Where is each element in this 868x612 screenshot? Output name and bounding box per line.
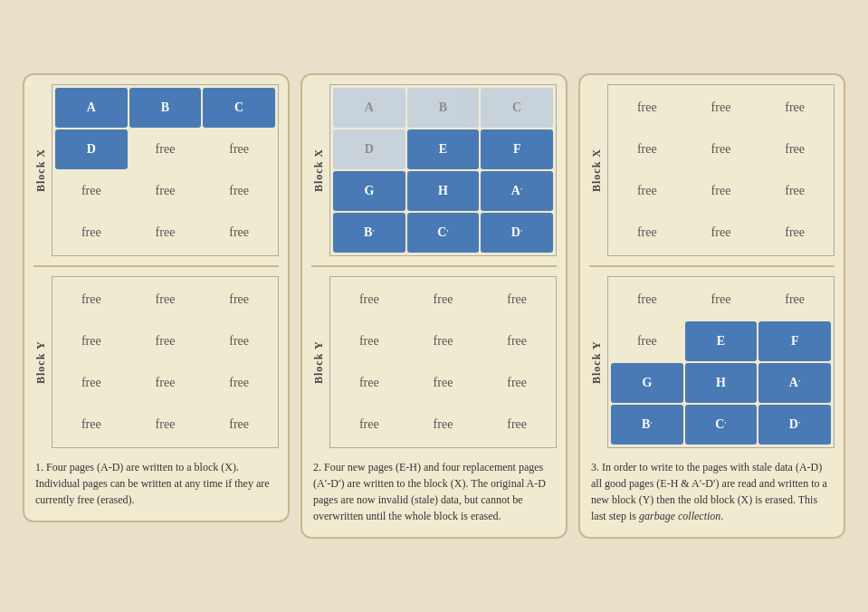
cell-11: D′ <box>481 213 553 253</box>
cell-3: free <box>333 321 405 361</box>
cell-9: free <box>55 213 128 253</box>
panel-3: Block Xfreefreefreefreefreefreefreefreef… <box>578 73 845 539</box>
cell-0: free <box>611 88 683 128</box>
block-label: Block X <box>311 84 326 256</box>
cell-6: G <box>611 363 683 403</box>
cell-4: E <box>407 129 480 169</box>
cell-1: free <box>129 280 202 320</box>
cell-6: G <box>333 171 405 211</box>
caption-3: 3. In order to write to the pages with s… <box>589 455 835 528</box>
block-label: Block Y <box>311 276 326 448</box>
cell-6: free <box>55 363 128 403</box>
cell-10: free <box>129 405 202 445</box>
cell-7: free <box>129 363 202 403</box>
panel-1: Block XABCDfreefreefreefreefreefreefreef… <box>23 73 290 522</box>
cell-9: B′ <box>611 405 683 445</box>
cell-8: free <box>203 171 275 211</box>
cell-5: free <box>758 129 831 169</box>
grid: freefreefreefreefreefreefreefreefreefree… <box>330 277 556 447</box>
cell-8: A′ <box>758 363 831 403</box>
cell-1: free <box>685 88 758 128</box>
cell-10: C′ <box>685 405 758 445</box>
cell-9: free <box>611 213 683 253</box>
cell-3: D <box>55 129 128 169</box>
cell-2: C <box>481 88 553 128</box>
cell-10: C′ <box>407 213 480 253</box>
cell-9: B′ <box>333 213 405 253</box>
grid-wrapper: ABCDEFGHA′B′C′D′ <box>329 84 557 256</box>
block-section: Block Yfreefreefreefreefreefreefreefreef… <box>33 276 279 448</box>
grid-wrapper: ABCDfreefreefreefreefreefreefreefree <box>52 84 279 256</box>
cell-7: free <box>129 171 202 211</box>
cell-9: free <box>55 405 128 445</box>
cell-6: free <box>333 363 405 403</box>
block-section: Block XABCDEFGHA′B′C′D′ <box>311 84 557 256</box>
cell-2: free <box>758 88 831 128</box>
cell-5: F <box>758 321 831 361</box>
cell-7: H <box>407 171 480 211</box>
block-label: Block Y <box>589 276 604 448</box>
cell-11: free <box>758 213 831 253</box>
grid-wrapper: freefreefreefreefreefreefreefreefreefree… <box>52 276 279 448</box>
block-section: Block Yfreefreefreefreefreefreefreefreef… <box>311 276 557 448</box>
cell-8: free <box>481 363 553 403</box>
block-label: Block X <box>589 84 604 256</box>
cell-4: free <box>685 129 758 169</box>
cell-11: free <box>203 213 275 253</box>
cell-2: C <box>203 88 275 128</box>
divider <box>311 265 557 267</box>
grid: freefreefreefreefreefreefreefreefreefree… <box>608 85 834 255</box>
grid: ABCDfreefreefreefreefreefreefreefree <box>52 85 278 255</box>
cell-0: A <box>333 88 405 128</box>
cell-7: free <box>407 363 480 403</box>
grid: ABCDEFGHA′B′C′D′ <box>330 85 556 255</box>
cell-4: free <box>407 321 480 361</box>
cell-11: free <box>481 405 553 445</box>
grid: freefreefreefreeEFGHA′B′C′D′ <box>608 277 834 447</box>
grid-wrapper: freefreefreefreefreefreefreefreefreefree… <box>329 276 557 448</box>
main-container: Block XABCDfreefreefreefreefreefreefreef… <box>14 64 854 548</box>
cell-4: free <box>129 321 202 361</box>
block-section: Block YfreefreefreefreeEFGHA′B′C′D′ <box>589 276 835 448</box>
caption-2: 2. Four new pages (E-H) and four replace… <box>311 455 557 528</box>
cell-2: free <box>758 280 831 320</box>
block-section: Block Xfreefreefreefreefreefreefreefreef… <box>589 84 835 256</box>
cell-7: free <box>685 171 758 211</box>
cell-11: D′ <box>758 405 831 445</box>
block-label: Block X <box>33 84 48 256</box>
cell-3: free <box>55 321 128 361</box>
cell-3: D <box>333 129 405 169</box>
cell-9: free <box>333 405 405 445</box>
cell-10: free <box>407 405 480 445</box>
cell-1: free <box>407 280 480 320</box>
grid-wrapper: freefreefreefreeEFGHA′B′C′D′ <box>607 276 835 448</box>
cell-0: A <box>55 88 128 128</box>
block-label: Block Y <box>33 276 48 448</box>
cell-5: free <box>203 321 275 361</box>
cell-4: free <box>129 129 202 169</box>
cell-5: free <box>203 129 275 169</box>
caption-1: 1. Four pages (A-D) are written to a blo… <box>33 455 279 512</box>
cell-1: B <box>407 88 480 128</box>
panel-2: Block XABCDEFGHA′B′C′D′Block Yfreefreefr… <box>300 73 568 539</box>
cell-5: F <box>481 129 553 169</box>
divider <box>33 265 279 267</box>
cell-6: free <box>55 171 128 211</box>
grid-wrapper: freefreefreefreefreefreefreefreefreefree… <box>607 84 835 256</box>
cell-7: H <box>685 363 758 403</box>
cell-2: free <box>481 280 553 320</box>
cell-8: free <box>758 171 831 211</box>
cell-10: free <box>685 213 758 253</box>
cell-2: free <box>203 280 275 320</box>
cell-0: free <box>55 280 128 320</box>
cell-8: A′ <box>481 171 553 211</box>
cell-0: free <box>333 280 405 320</box>
cell-8: free <box>203 363 275 403</box>
grid: freefreefreefreefreefreefreefreefreefree… <box>52 277 278 447</box>
cell-0: free <box>611 280 683 320</box>
divider <box>589 265 835 267</box>
cell-3: free <box>611 321 683 361</box>
cell-6: free <box>611 171 683 211</box>
cell-11: free <box>203 405 275 445</box>
cell-3: free <box>611 129 683 169</box>
